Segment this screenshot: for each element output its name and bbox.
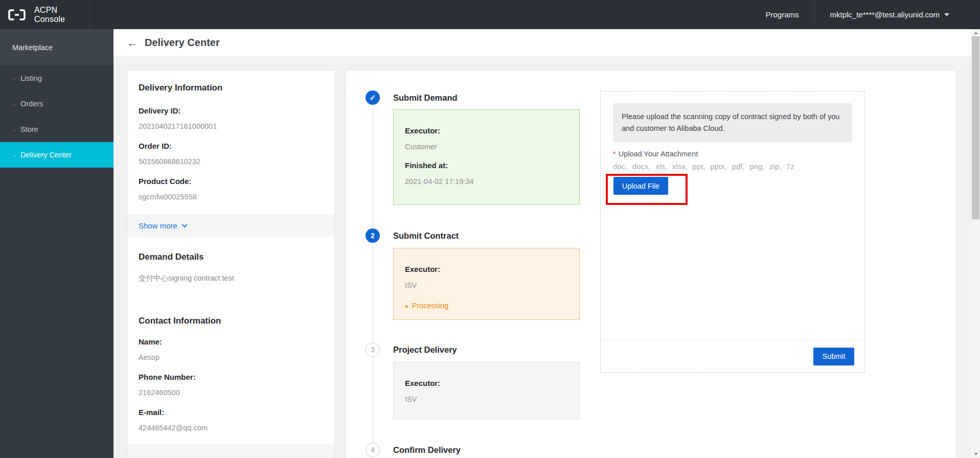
contact-email-value: 424465442@qq.com	[139, 424, 323, 432]
steps-timeline: ✓ Submit Demand Executor: Customer Finis…	[346, 71, 600, 458]
step3-marker: 3	[366, 342, 380, 357]
product-code-value: sgcmfw00025558	[139, 193, 323, 201]
logo-area: ACPN Console	[0, 0, 90, 29]
step2-marker: 2	[366, 228, 380, 243]
page-title: Delivery Center	[145, 37, 220, 49]
step4-title: Confirm Delivery	[393, 443, 461, 457]
contact-phone-label: Phone Number:	[139, 373, 323, 381]
delivery-steps-card: ✓ Submit Demand Executor: Customer Finis…	[346, 70, 956, 458]
sidebar-item-listing[interactable]: · Listing	[0, 65, 113, 91]
executor-label: Executor:	[405, 126, 568, 135]
demand-details-title: Demand Details	[139, 252, 323, 262]
submit-button[interactable]: Submit	[813, 348, 854, 365]
scroll-up-arrow-icon[interactable]	[971, 29, 980, 37]
finished-at-value: 2021-04-02 17:19:34	[405, 177, 568, 186]
sidebar: Marketplace · Listing · Orders · Store ·…	[0, 29, 113, 458]
order-id-value: 501560868610232	[139, 157, 323, 166]
delivery-information-card: Delivery Information Delivery ID: 202104…	[127, 70, 335, 458]
bullet-icon: ·	[13, 151, 16, 159]
topnav: Programs mktplc_te****@test.aliyunid.com	[749, 0, 980, 29]
show-more[interactable]: Show more	[127, 214, 334, 237]
account-email: mktplc_te****@test.aliyunid.com	[830, 10, 940, 19]
chevron-down-icon	[944, 13, 949, 16]
demand-details-text: 交付中心signing contract test	[139, 273, 323, 283]
sidebar-item-orders[interactable]: · Orders	[0, 91, 113, 117]
executor-value: ISV	[405, 281, 568, 289]
scroll-down-arrow-icon[interactable]	[971, 450, 980, 458]
finished-at-label: Finished at:	[405, 161, 568, 170]
delivery-id-value: 2021040217161000001	[139, 122, 323, 130]
step1-title: Submit Demand	[393, 90, 458, 105]
order-id-label: Order ID:	[139, 142, 323, 150]
chevron-down-icon	[181, 222, 187, 227]
nav-programs[interactable]: Programs	[749, 0, 814, 29]
executor-label: Executor:	[405, 265, 568, 273]
topbar: ACPN Console Programs mktplc_te****@test…	[0, 0, 980, 29]
sidebar-item-label: Listing	[20, 74, 42, 82]
upload-file-button[interactable]: Upload File	[613, 177, 668, 195]
delivery-id-label: Delivery ID:	[139, 106, 323, 115]
page-body: Delivery Information Delivery ID: 202104…	[113, 56, 971, 458]
vertical-scrollbar[interactable]	[971, 29, 980, 458]
attachment-field-label: *Upload Your Attachment	[613, 150, 852, 158]
alibaba-cloud-logo-icon	[8, 9, 26, 21]
step1-detail-box: Executor: Customer Finished at: 2021-04-…	[393, 109, 580, 205]
contact-name-value: Aesop	[139, 353, 323, 361]
required-asterisk: *	[613, 150, 616, 158]
sidebar-item-label: Delivery Center	[20, 151, 72, 159]
contract-upload-panel: Please upload the scanning copy of contr…	[600, 91, 865, 373]
executor-value: Customer	[405, 143, 568, 151]
step2-title: Submit Contract	[393, 228, 459, 243]
account-menu[interactable]: mktplc_te****@test.aliyunid.com	[815, 0, 965, 29]
annotation-red-box: Upload File	[606, 174, 688, 205]
step1-marker-done-icon: ✓	[366, 90, 380, 105]
contact-phone-value: 2162460500	[139, 388, 323, 397]
contact-email-label: E-mail:	[139, 408, 323, 417]
sidebar-item-label: Orders	[20, 100, 43, 108]
acpn-console-screen: ACPN Console Programs mktplc_te****@test…	[0, 0, 980, 458]
bullet-icon: ·	[13, 100, 16, 108]
product-code-label: Product Code:	[139, 177, 323, 186]
allowed-file-types: doc, docx, xls, xlsx, ppt, pptx, pdf, pn…	[613, 163, 852, 171]
sidebar-section-marketplace[interactable]: Marketplace	[0, 29, 113, 65]
sidebar-item-store[interactable]: · Store	[0, 117, 113, 142]
bullet-icon: ·	[13, 125, 16, 134]
bullet-icon: ·	[13, 74, 16, 83]
status-processing: ●Processing	[405, 302, 568, 310]
delivery-information-title: Delivery Information	[139, 83, 323, 93]
step3-detail-box: Executor: ISV	[393, 362, 580, 419]
executor-value: ISV	[405, 395, 568, 403]
app-title: ACPN Console	[34, 6, 89, 24]
executor-label: Executor:	[405, 379, 568, 387]
page-header: ← Delivery Center	[113, 29, 971, 56]
back-arrow-icon[interactable]: ←	[127, 37, 138, 49]
timeline-connector	[373, 99, 373, 450]
scrollbar-thumb[interactable]	[972, 36, 979, 219]
step4-marker: 4	[366, 443, 380, 457]
sidebar-item-delivery-center[interactable]: · Delivery Center	[0, 142, 113, 168]
collapsed-strip	[127, 444, 334, 458]
show-more-label: Show more	[139, 221, 177, 230]
status-dot-icon: ●	[405, 303, 408, 309]
contact-name-label: Name:	[139, 337, 323, 346]
step2-detail-box: Executor: ISV ●Processing	[393, 248, 580, 320]
upload-instruction: Please upload the scanning copy of contr…	[613, 103, 852, 142]
sidebar-item-label: Store	[20, 125, 38, 133]
step3-title: Project Delivery	[393, 342, 457, 357]
upload-panel-footer: Submit	[601, 340, 864, 372]
main-content: ← Delivery Center Delivery Information D…	[113, 29, 971, 458]
contact-information-title: Contact Information	[139, 316, 323, 326]
